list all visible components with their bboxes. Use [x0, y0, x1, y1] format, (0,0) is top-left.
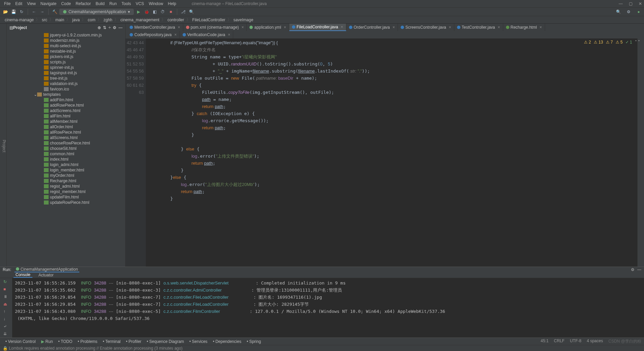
- tree-item[interactable]: updateRowPiece.html: [7, 200, 125, 205]
- run-icon[interactable]: ▶: [135, 8, 142, 15]
- open-icon[interactable]: 📂: [2, 8, 9, 15]
- tree-item[interactable]: spinner-init.js: [7, 65, 125, 70]
- locate-icon[interactable]: ⊕: [98, 25, 101, 30]
- coverage-icon[interactable]: ◧: [151, 8, 158, 15]
- menu-run[interactable]: Run: [107, 1, 119, 7]
- breadcrumb-item[interactable]: zghh: [102, 18, 114, 22]
- tree-item[interactable]: addScreens.html: [7, 108, 125, 113]
- avatar-icon[interactable]: ●: [635, 8, 642, 15]
- close-icon[interactable]: ✕: [639, 1, 642, 6]
- tab-close-icon[interactable]: ×: [498, 25, 500, 30]
- hide-icon[interactable]: —: [118, 25, 123, 30]
- menu-view[interactable]: View: [25, 1, 38, 7]
- status-indicator[interactable]: 45:1: [541, 339, 548, 344]
- breadcrumb-item[interactable]: main: [54, 18, 65, 22]
- breadcrumb-item[interactable]: FileLoadController: [191, 18, 227, 22]
- menu-file[interactable]: File: [2, 1, 12, 7]
- code-editor[interactable]: ⚠ 2 ⚠ 13 ⚠ 7 ⚠ 5 ✓ 1 ˄ ˅ 42 43 44 45 46 …: [126, 38, 644, 267]
- tree-item[interactable]: addRowPiece.html: [7, 103, 125, 108]
- tree-item[interactable]: scripts.js: [7, 59, 125, 65]
- tab-close-icon[interactable]: ×: [393, 25, 395, 30]
- tree-item[interactable]: regist_member.html: [7, 189, 125, 194]
- toolwindow-spring[interactable]: • Spring: [244, 339, 264, 344]
- status-indicator[interactable]: 4 spaces: [587, 339, 603, 344]
- minimize-icon[interactable]: —: [619, 1, 623, 6]
- tree-item[interactable]: addFilm.html: [7, 97, 125, 103]
- tree-item[interactable]: allRowPiece.html: [7, 130, 125, 135]
- tree-item[interactable]: updateFilm.html: [7, 194, 125, 200]
- tree-item[interactable]: allScreens.html: [7, 135, 125, 140]
- tab-close-icon[interactable]: ×: [228, 32, 230, 37]
- menu-vcs[interactable]: VCS: [134, 1, 146, 7]
- tree-item[interactable]: chooseRowPiece.html: [7, 140, 125, 146]
- tree-item[interactable]: validation-init.js: [7, 81, 125, 86]
- settings-icon[interactable]: ⚙: [625, 8, 632, 15]
- tab-close-icon[interactable]: ×: [284, 25, 286, 30]
- up-icon[interactable]: ↑: [3, 309, 9, 315]
- toolwindow-dependencies[interactable]: • Dependencies: [210, 339, 244, 344]
- debug-icon[interactable]: 🐞: [143, 8, 150, 15]
- breadcrumb-item[interactable]: controller: [166, 18, 185, 22]
- vcs-icon[interactable]: ⎇: [180, 8, 187, 15]
- editor-tab[interactable]: MemberController.java×: [127, 24, 183, 31]
- breadcrumb-item[interactable]: com: [86, 18, 97, 22]
- tree-item[interactable]: chooseSit.html: [7, 146, 125, 151]
- status-indicator[interactable]: CRLF: [554, 339, 564, 344]
- stop-icon[interactable]: ■: [167, 8, 174, 15]
- tab-close-icon[interactable]: ×: [178, 25, 180, 30]
- editor-tab[interactable]: Recharge.html×: [503, 24, 545, 31]
- editor-tab[interactable]: ScreensController.java×: [398, 24, 454, 31]
- tree-item[interactable]: regist_admi.html: [7, 184, 125, 189]
- tree-item[interactable]: multi-select-init.js: [7, 43, 125, 49]
- run-tab-actuator[interactable]: Actuator: [36, 273, 56, 277]
- menu-help[interactable]: Help: [166, 1, 178, 7]
- tab-close-icon[interactable]: ×: [241, 25, 244, 30]
- gear-icon[interactable]: ⚙: [113, 25, 116, 30]
- tree-item[interactable]: common.html: [7, 151, 125, 157]
- profile-icon[interactable]: ⏱: [159, 8, 166, 15]
- pause-icon[interactable]: ⏸: [3, 294, 9, 300]
- menu-code[interactable]: Code: [59, 1, 73, 7]
- tree-item[interactable]: jquery-ui-1.9.2.custom.min.js: [7, 32, 125, 38]
- editor-tab[interactable]: application.yml×: [247, 24, 289, 31]
- tree-item[interactable]: Recharge.html: [7, 178, 125, 184]
- breadcrumb-item[interactable]: java: [71, 18, 81, 22]
- tree-item[interactable]: login_admi.html: [7, 162, 125, 167]
- breadcrumb-item[interactable]: saveImage: [232, 18, 255, 22]
- code-content[interactable]: if (FileTypeUtil.getFileType(filename).e…: [146, 38, 637, 267]
- project-tree[interactable]: jquery-ui-1.9.2.custom.min.jsmodernizr.m…: [7, 32, 125, 267]
- refresh-icon[interactable]: ↻: [18, 8, 25, 15]
- tree-item[interactable]: allOrder.html: [7, 124, 125, 130]
- run-app-name[interactable]: CinemaManagementApplication: [15, 267, 79, 272]
- breadcrumb-item[interactable]: cinema-manage: [3, 18, 35, 22]
- collapse-icon[interactable]: ÷: [108, 25, 111, 30]
- maximize-icon[interactable]: ▢: [629, 1, 633, 6]
- stop-icon[interactable]: ■: [3, 287, 9, 292]
- tree-item[interactable]: nestable-init.js: [7, 49, 125, 54]
- tab-close-icon[interactable]: ×: [449, 25, 451, 30]
- run-settings-icon[interactable]: ⚙: [631, 267, 635, 272]
- toolwindow-version-control[interactable]: • Version Control: [3, 339, 38, 344]
- run-tab-console[interactable]: Console: [14, 272, 32, 278]
- inspections-widget[interactable]: ⚠ 2 ⚠ 13 ⚠ 7 ⚠ 5 ✓ 1 ˄ ˅: [584, 40, 640, 45]
- tree-item[interactable]: tree-init.js: [7, 76, 125, 81]
- tab-close-icon[interactable]: ×: [341, 25, 343, 29]
- forward-icon[interactable]: →: [39, 8, 46, 15]
- scroll-icon[interactable]: ⇊: [3, 331, 9, 337]
- toolwindow-problems[interactable]: • Problems: [75, 339, 100, 344]
- breadcrumb-item[interactable]: cinema_management: [119, 18, 161, 22]
- menu-build[interactable]: Build: [93, 1, 107, 7]
- search-icon[interactable]: 🔍: [188, 8, 195, 15]
- editor-tab[interactable]: VerificationCode.java×: [180, 31, 234, 38]
- menu-refactor[interactable]: Refactor: [74, 1, 93, 7]
- tree-item[interactable]: pickers-init.js: [7, 54, 125, 59]
- build-icon[interactable]: 🔨: [51, 8, 58, 15]
- wrap-icon[interactable]: ⤶: [3, 324, 9, 329]
- menu-edit[interactable]: Edit: [13, 1, 24, 7]
- tree-item[interactable]: index.html: [7, 157, 125, 162]
- run-hide-icon[interactable]: —: [637, 267, 641, 272]
- tree-item[interactable]: ⌄ templates: [7, 92, 125, 97]
- tree-item[interactable]: favicon.ico: [7, 86, 125, 92]
- breadcrumb-item[interactable]: src: [41, 18, 49, 22]
- menu-tools[interactable]: Tools: [119, 1, 133, 7]
